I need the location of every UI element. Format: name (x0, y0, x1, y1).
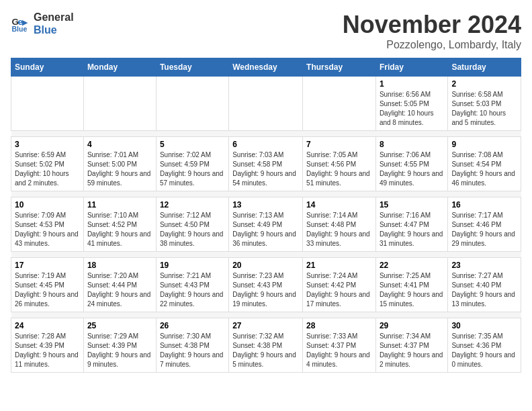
calendar-cell (156, 77, 228, 131)
day-info: Sunrise: 7:34 AM Sunset: 4:37 PM Dayligh… (380, 332, 444, 369)
day-info: Sunrise: 7:03 AM Sunset: 4:58 PM Dayligh… (232, 150, 299, 188)
row-spacer (11, 131, 521, 137)
day-number: 2 (451, 79, 517, 89)
page-header: G e ▶ Blue General Blue November 2024 Po… (11, 11, 521, 51)
day-number: 18 (87, 261, 152, 270)
row-spacer (11, 312, 521, 318)
weekday-header: Wednesday (229, 58, 303, 77)
calendar-title: November 2024 (343, 11, 521, 39)
calendar-cell: 23Sunrise: 7:27 AM Sunset: 4:40 PM Dayli… (448, 258, 521, 312)
calendar-cell: 18Sunrise: 7:20 AM Sunset: 4:44 PM Dayli… (83, 258, 156, 312)
day-number: 8 (380, 140, 444, 149)
day-number: 28 (306, 321, 372, 330)
day-number: 4 (87, 140, 152, 149)
calendar-cell: 22Sunrise: 7:25 AM Sunset: 4:41 PM Dayli… (375, 258, 447, 312)
day-number: 17 (15, 261, 80, 270)
day-info: Sunrise: 7:16 AM Sunset: 4:47 PM Dayligh… (380, 211, 444, 248)
calendar-cell: 7Sunrise: 7:05 AM Sunset: 4:56 PM Daylig… (303, 137, 376, 191)
calendar-cell (229, 77, 303, 131)
calendar-week-row: 17Sunrise: 7:19 AM Sunset: 4:45 PM Dayli… (11, 258, 521, 312)
day-number: 6 (232, 140, 299, 149)
day-info: Sunrise: 7:09 AM Sunset: 4:53 PM Dayligh… (15, 211, 80, 248)
calendar-cell (11, 77, 84, 131)
day-number: 9 (451, 140, 517, 149)
day-info: Sunrise: 7:17 AM Sunset: 4:46 PM Dayligh… (451, 211, 517, 248)
logo-line2: Blue (34, 24, 74, 36)
calendar-cell: 8Sunrise: 7:06 AM Sunset: 4:55 PM Daylig… (375, 137, 447, 191)
calendar-cell: 12Sunrise: 7:12 AM Sunset: 4:50 PM Dayli… (156, 197, 228, 252)
day-info: Sunrise: 7:02 AM Sunset: 4:59 PM Dayligh… (160, 150, 225, 188)
day-info: Sunrise: 7:08 AM Sunset: 4:54 PM Dayligh… (451, 150, 517, 188)
day-number: 1 (380, 79, 444, 89)
day-info: Sunrise: 7:24 AM Sunset: 4:42 PM Dayligh… (306, 271, 372, 309)
calendar-cell: 19Sunrise: 7:21 AM Sunset: 4:43 PM Dayli… (156, 258, 228, 312)
weekday-header: Friday (375, 58, 447, 77)
day-info: Sunrise: 7:10 AM Sunset: 4:52 PM Dayligh… (87, 211, 152, 248)
day-info: Sunrise: 7:12 AM Sunset: 4:50 PM Dayligh… (160, 211, 225, 248)
title-area: November 2024 Pozzolengo, Lombardy, Ital… (343, 11, 521, 51)
day-number: 23 (451, 261, 517, 270)
day-info: Sunrise: 7:25 AM Sunset: 4:41 PM Dayligh… (380, 271, 444, 309)
calendar-cell (83, 77, 156, 131)
day-info: Sunrise: 7:35 AM Sunset: 4:36 PM Dayligh… (451, 332, 517, 369)
spacer-cell (11, 131, 521, 137)
calendar-cell: 11Sunrise: 7:10 AM Sunset: 4:52 PM Dayli… (83, 197, 156, 252)
spacer-cell (11, 191, 521, 197)
weekday-header: Sunday (11, 58, 84, 77)
day-info: Sunrise: 7:05 AM Sunset: 4:56 PM Dayligh… (306, 150, 372, 188)
day-number: 22 (380, 261, 444, 270)
day-info: Sunrise: 7:13 AM Sunset: 4:49 PM Dayligh… (232, 211, 299, 248)
day-info: Sunrise: 6:59 AM Sunset: 5:02 PM Dayligh… (15, 150, 80, 188)
day-info: Sunrise: 7:32 AM Sunset: 4:38 PM Dayligh… (232, 332, 299, 369)
day-info: Sunrise: 7:06 AM Sunset: 4:55 PM Dayligh… (380, 150, 444, 188)
calendar-cell: 25Sunrise: 7:29 AM Sunset: 4:39 PM Dayli… (83, 318, 156, 373)
day-info: Sunrise: 7:28 AM Sunset: 4:39 PM Dayligh… (15, 332, 80, 369)
weekday-header: Saturday (448, 58, 521, 77)
calendar-cell: 15Sunrise: 7:16 AM Sunset: 4:47 PM Dayli… (375, 197, 447, 252)
calendar-week-row: 24Sunrise: 7:28 AM Sunset: 4:39 PM Dayli… (11, 318, 521, 373)
day-info: Sunrise: 7:30 AM Sunset: 4:38 PM Dayligh… (160, 332, 225, 369)
calendar-cell: 4Sunrise: 7:01 AM Sunset: 5:00 PM Daylig… (83, 137, 156, 191)
day-number: 20 (232, 261, 299, 270)
day-info: Sunrise: 7:33 AM Sunset: 4:37 PM Dayligh… (306, 332, 372, 369)
day-number: 5 (160, 140, 225, 149)
day-info: Sunrise: 7:29 AM Sunset: 4:39 PM Dayligh… (87, 332, 152, 369)
calendar-table: SundayMondayTuesdayWednesdayThursdayFrid… (11, 58, 521, 373)
logo-text: General Blue (34, 11, 74, 36)
calendar-cell: 17Sunrise: 7:19 AM Sunset: 4:45 PM Dayli… (11, 258, 84, 312)
logo-icon: G e ▶ Blue (11, 13, 31, 34)
calendar-week-row: 10Sunrise: 7:09 AM Sunset: 4:53 PM Dayli… (11, 197, 521, 252)
weekday-header: Monday (83, 58, 156, 77)
day-info: Sunrise: 7:27 AM Sunset: 4:40 PM Dayligh… (451, 271, 517, 309)
row-spacer (11, 191, 521, 197)
day-number: 3 (15, 140, 80, 149)
calendar-cell: 21Sunrise: 7:24 AM Sunset: 4:42 PM Dayli… (303, 258, 376, 312)
logo: G e ▶ Blue General Blue (11, 11, 74, 36)
day-info: Sunrise: 6:58 AM Sunset: 5:03 PM Dayligh… (451, 90, 517, 128)
calendar-cell: 28Sunrise: 7:33 AM Sunset: 4:37 PM Dayli… (303, 318, 376, 373)
calendar-cell: 20Sunrise: 7:23 AM Sunset: 4:43 PM Dayli… (229, 258, 303, 312)
day-number: 27 (232, 321, 299, 330)
day-number: 11 (87, 200, 152, 210)
spacer-cell (11, 312, 521, 318)
calendar-cell: 24Sunrise: 7:28 AM Sunset: 4:39 PM Dayli… (11, 318, 84, 373)
calendar-cell: 2Sunrise: 6:58 AM Sunset: 5:03 PM Daylig… (448, 77, 521, 131)
calendar-cell: 30Sunrise: 7:35 AM Sunset: 4:36 PM Dayli… (448, 318, 521, 373)
day-number: 29 (380, 321, 444, 330)
row-spacer (11, 252, 521, 258)
weekday-header: Thursday (303, 58, 376, 77)
day-number: 7 (306, 140, 372, 149)
day-number: 16 (451, 200, 517, 210)
day-number: 12 (160, 200, 225, 210)
day-number: 26 (160, 321, 225, 330)
weekday-header: Tuesday (156, 58, 228, 77)
logo-line1: General (34, 11, 74, 24)
day-number: 21 (306, 261, 372, 270)
day-info: Sunrise: 7:21 AM Sunset: 4:43 PM Dayligh… (160, 271, 225, 309)
calendar-header-row: SundayMondayTuesdayWednesdayThursdayFrid… (11, 58, 521, 77)
svg-text:Blue: Blue (12, 25, 28, 33)
day-info: Sunrise: 7:23 AM Sunset: 4:43 PM Dayligh… (232, 271, 299, 309)
day-number: 14 (306, 200, 372, 210)
calendar-cell: 13Sunrise: 7:13 AM Sunset: 4:49 PM Dayli… (229, 197, 303, 252)
day-number: 13 (232, 200, 299, 210)
